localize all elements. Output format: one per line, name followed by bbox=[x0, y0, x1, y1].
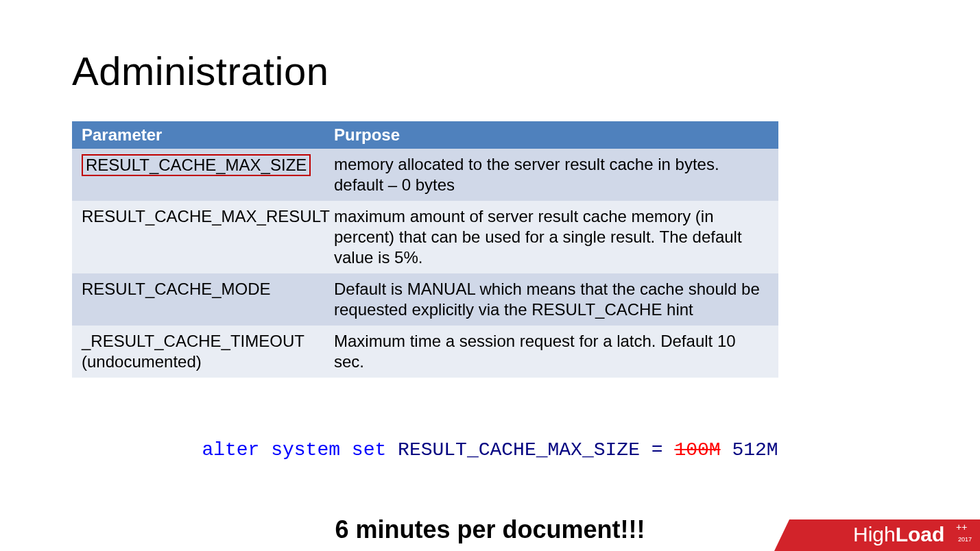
param-cell: RESULT_CACHE_MAX_SIZE bbox=[72, 149, 324, 201]
purpose-cell: memory allocated to the server result ca… bbox=[324, 149, 778, 201]
header-purpose: Purpose bbox=[324, 121, 778, 149]
highload-logo: HighLoad ++ 2017 bbox=[774, 506, 980, 551]
purpose-cell: Maximum time a session request for a lat… bbox=[324, 326, 778, 378]
purpose-cell: Default is MANUAL which means that the c… bbox=[324, 273, 778, 326]
logo-plus: ++ bbox=[956, 522, 967, 532]
sql-statement: alter system set RESULT_CACHE_MAX_SIZE =… bbox=[72, 439, 908, 461]
parameters-table: Parameter Purpose RESULT_CACHE_MAX_SIZE … bbox=[72, 121, 778, 378]
sql-keyword-set: set bbox=[352, 439, 386, 461]
sql-old-value: 100M bbox=[674, 439, 720, 461]
sql-keyword-alter: alter bbox=[202, 439, 259, 461]
param-cell: RESULT_CACHE_MAX_RESULT bbox=[72, 201, 324, 273]
sql-keyword-system: system bbox=[271, 439, 340, 461]
table-row: _RESULT_CACHE_TIMEOUT (undocumented) Max… bbox=[72, 326, 778, 378]
table-row: RESULT_CACHE_MODE Default is MANUAL whic… bbox=[72, 273, 778, 326]
purpose-cell: maximum amount of server result cache me… bbox=[324, 201, 778, 273]
sql-new-value: 512M bbox=[732, 439, 778, 461]
sql-eq: = bbox=[652, 439, 663, 461]
param-cell: _RESULT_CACHE_TIMEOUT (undocumented) bbox=[72, 326, 324, 378]
logo-load: Load bbox=[896, 523, 945, 546]
highlighted-param: RESULT_CACHE_MAX_SIZE bbox=[82, 154, 311, 176]
table-row: RESULT_CACHE_MAX_SIZE memory allocated t… bbox=[72, 149, 778, 201]
table-header-row: Parameter Purpose bbox=[72, 121, 778, 149]
sql-param: RESULT_CACHE_MAX_SIZE bbox=[398, 439, 640, 461]
slide: Administration Parameter Purpose RESULT_… bbox=[0, 0, 980, 551]
table-row: RESULT_CACHE_MAX_RESULT maximum amount o… bbox=[72, 201, 778, 273]
param-cell: RESULT_CACHE_MODE bbox=[72, 273, 324, 326]
logo-text: HighLoad bbox=[853, 523, 944, 546]
header-parameter: Parameter bbox=[72, 121, 324, 149]
logo-high: High bbox=[853, 523, 896, 546]
slide-title: Administration bbox=[72, 48, 908, 94]
logo-year: 2017 bbox=[958, 536, 972, 543]
